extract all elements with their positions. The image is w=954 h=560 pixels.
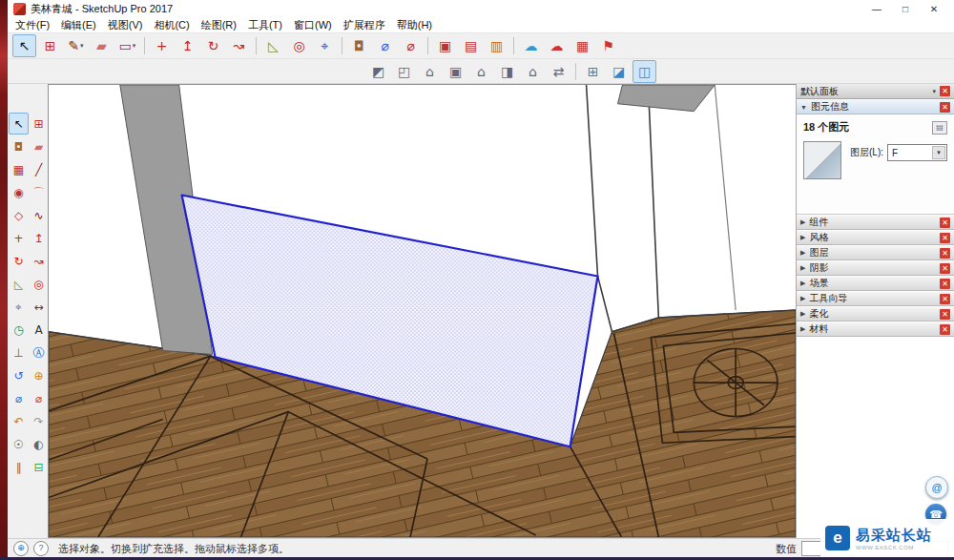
toolbar-select[interactable]: ↖ <box>12 34 36 57</box>
close-icon[interactable]: ✕ <box>940 324 950 335</box>
panel-section-entity-info[interactable]: ▼ 图元信息 ✕ <box>797 99 954 114</box>
toolbar-move[interactable]: + <box>150 34 174 57</box>
close-button[interactable]: ✕ <box>920 4 948 14</box>
tool-dimension[interactable]: ↔ <box>29 296 49 318</box>
toolbar-line[interactable]: ✎▾ <box>64 34 88 57</box>
menu-draw[interactable]: 绘图(R) <box>196 18 242 32</box>
close-icon[interactable]: ✕ <box>940 218 950 228</box>
viewbar-front-view[interactable]: ⌂ <box>469 60 493 83</box>
viewbar-swap-view[interactable]: ⇄ <box>547 60 570 83</box>
tool-arc[interactable]: ⌒ <box>29 181 49 203</box>
close-icon[interactable]: ✕ <box>940 263 950 274</box>
viewbar-box-open[interactable]: ◰ <box>392 60 416 83</box>
viewbar-axes-toggle[interactable]: ⊞ <box>581 60 605 83</box>
panel-menu-icon[interactable]: ▾ <box>932 88 936 95</box>
toolbar-scale[interactable]: ◺ <box>261 34 285 57</box>
tool-next[interactable]: ↷ <box>29 410 49 432</box>
menu-edit[interactable]: 编辑(E) <box>55 18 102 32</box>
menu-extensions[interactable]: 扩展程序 <box>338 18 391 32</box>
tool-eraser[interactable]: ▰ <box>29 135 49 157</box>
layer-dropdown[interactable]: F ▾ <box>887 144 947 161</box>
tool-freehand[interactable]: ∿ <box>29 204 49 226</box>
tool-orbit[interactable]: ↺ <box>9 364 29 386</box>
toolbar-share-model[interactable]: ▤ <box>459 34 483 57</box>
toolbar-zoom[interactable]: ⌀ <box>373 34 397 57</box>
toolbar-extension-warehouse[interactable]: ▥ <box>485 34 508 57</box>
viewbar-iso-box[interactable]: ◩ <box>366 60 390 83</box>
menu-camera[interactable]: 相机(C) <box>148 18 195 32</box>
tool-3d-text[interactable]: Ⓐ <box>29 342 49 363</box>
close-icon[interactable]: ✕ <box>940 86 950 96</box>
viewbar-top-view[interactable]: ▣ <box>444 60 467 83</box>
minimize-button[interactable]: — <box>862 4 891 14</box>
tool-scale[interactable]: ◺ <box>9 273 29 295</box>
toolbar-layout[interactable]: ▦ <box>570 34 594 57</box>
toolbar-shapes[interactable]: ▭▾ <box>115 34 139 57</box>
tool-offset[interactable]: ◎ <box>29 273 49 295</box>
viewbar-shaded-view[interactable]: ◪ <box>607 60 631 83</box>
menu-tools[interactable]: 工具(T) <box>242 18 288 32</box>
toolbar-zoom-extents[interactable]: ⌀ <box>399 34 423 57</box>
toolbar-3d-warehouse[interactable]: ☁ <box>545 34 569 57</box>
geolocation-icon[interactable]: ⊕ <box>13 541 29 556</box>
tool-circle[interactable]: ◉ <box>9 181 29 203</box>
tool-look-around[interactable]: ◐ <box>29 433 49 455</box>
dropdown-arrow-icon[interactable]: ▾ <box>80 42 84 50</box>
panel-section-shadows[interactable]: ▶阴影✕ <box>797 260 954 276</box>
close-icon[interactable]: ✕ <box>940 279 950 289</box>
floating-button-chat[interactable]: @ <box>925 476 948 499</box>
menu-help[interactable]: 帮助(H) <box>391 18 438 32</box>
tool-make-component[interactable]: ⊞ <box>29 113 49 135</box>
viewbar-right-view[interactable]: ◨ <box>495 60 519 83</box>
tool-text[interactable]: A <box>29 319 49 341</box>
toolbar-paint-bucket[interactable]: ◘ <box>347 34 371 57</box>
close-icon[interactable]: ✕ <box>940 309 950 320</box>
tool-move[interactable]: + <box>9 227 29 249</box>
viewbar-back-view[interactable]: ⌂ <box>521 60 545 83</box>
menu-file[interactable]: 文件(F) <box>10 18 55 32</box>
toolbar-tape-measure[interactable]: ⌖ <box>313 34 337 57</box>
maximize-button[interactable]: □ <box>891 4 920 14</box>
tool-select[interactable]: ↖ <box>9 113 29 135</box>
viewport-3d[interactable] <box>48 84 796 538</box>
tool-rectangle[interactable]: ▦ <box>9 158 29 180</box>
dropdown-arrow-icon[interactable]: ▾ <box>133 42 136 50</box>
toolbar-eraser[interactable]: ▰ <box>90 34 114 57</box>
tool-rotate[interactable]: ↻ <box>9 250 29 272</box>
menu-view[interactable]: 视图(V) <box>102 18 149 32</box>
tool-protractor[interactable]: ◷ <box>9 319 29 341</box>
tool-polygon[interactable]: ◇ <box>9 204 29 226</box>
tool-pan[interactable]: ⊕ <box>29 364 49 386</box>
tool-walk[interactable]: ∥ <box>9 456 29 478</box>
panel-section-soften-edges[interactable]: ▶柔化✕ <box>797 306 954 321</box>
viewbar-textured-view[interactable]: ◫ <box>633 60 656 83</box>
close-icon[interactable]: ✕ <box>940 233 950 243</box>
panel-section-scenes[interactable]: ▶场景✕ <box>797 276 954 291</box>
close-icon[interactable]: ✕ <box>940 102 950 113</box>
toolbar-offset[interactable]: ◎ <box>287 34 311 57</box>
tool-line[interactable]: ╱ <box>29 158 49 180</box>
tool-zoom-extents[interactable]: ⌀ <box>29 387 49 409</box>
panel-section-instructor[interactable]: ▶工具向导✕ <box>797 291 954 306</box>
details-toggle-icon[interactable]: ▤ <box>932 121 947 135</box>
toolbar-follow-me[interactable]: ↝ <box>227 34 251 57</box>
tool-axes[interactable]: ⊥ <box>9 342 29 363</box>
close-icon[interactable]: ✕ <box>940 294 950 304</box>
toolbar-get-models[interactable]: ▣ <box>433 34 457 57</box>
tool-paint-bucket[interactable]: ◘ <box>9 135 29 157</box>
tool-tape-measure[interactable]: ⌖ <box>9 296 29 318</box>
panel-section-styles[interactable]: ▶风格✕ <box>797 230 954 245</box>
help-icon[interactable]: ? <box>33 541 49 556</box>
close-icon[interactable]: ✕ <box>940 248 950 259</box>
panel-section-layers[interactable]: ▶图层✕ <box>797 245 954 260</box>
toolbar-rotate[interactable]: ↻ <box>201 34 225 57</box>
toolbar-make-component[interactable]: ⊞ <box>38 34 62 57</box>
toolbar-push-pull[interactable]: ↥ <box>176 34 199 57</box>
tool-follow-me[interactable]: ↝ <box>29 250 49 272</box>
panel-section-materials[interactable]: ▶材料✕ <box>797 321 954 337</box>
viewbar-iso-view[interactable]: ⌂ <box>418 60 442 83</box>
tool-previous[interactable]: ↶ <box>9 410 29 432</box>
menu-window[interactable]: 窗口(W) <box>288 18 338 32</box>
tool-zoom[interactable]: ⌀ <box>9 387 29 409</box>
panel-section-components[interactable]: ▶组件✕ <box>797 215 954 230</box>
